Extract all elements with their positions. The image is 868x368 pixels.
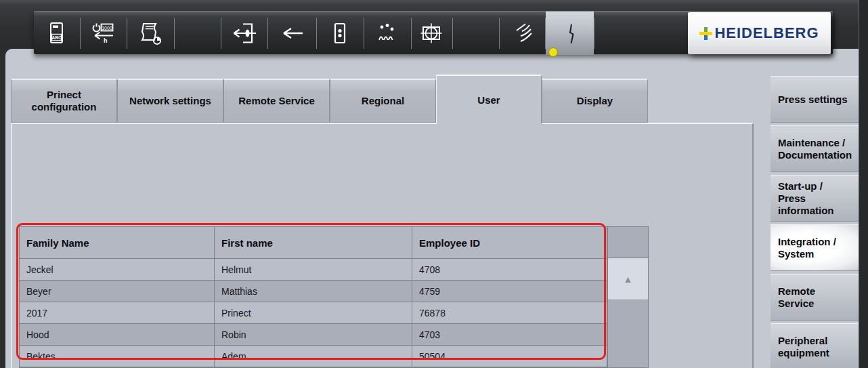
toolbar-separator xyxy=(452,18,453,49)
toolbar-separator xyxy=(221,18,221,49)
sidebar-item-maintenance-documentation[interactable]: Maintenance / Documentation xyxy=(771,125,859,172)
sidebar-item-startup-press-information[interactable]: Start-up / Press information xyxy=(771,175,859,222)
toolbar-separator xyxy=(411,18,412,49)
sidebar-item-label: Remote xyxy=(778,285,859,298)
toolbar-separator xyxy=(174,18,175,49)
sidebar-item-integration-system[interactable]: Integration / System xyxy=(771,224,859,271)
column-header-family-name: Family Name xyxy=(20,227,215,258)
sidebar-item-label: equipment xyxy=(778,347,859,359)
cell-family-name: Jeckel xyxy=(20,259,215,280)
table-row[interactable]: Jeckel Helmut 4708 xyxy=(20,258,607,280)
toolbar-separator xyxy=(80,18,81,49)
sidebar-item-label: System xyxy=(778,248,859,260)
nameplate-abc-icon: ABC xyxy=(43,20,70,47)
toolbar-separator xyxy=(594,18,594,49)
svg-text:h: h xyxy=(104,37,108,44)
powder-spray-icon xyxy=(374,20,401,47)
cell-family-name: 2017 xyxy=(20,302,215,323)
table-header-row: Family Name First name Employee ID xyxy=(20,227,607,258)
table-row[interactable]: Beyer Matthias 4759 xyxy=(20,280,607,302)
cell-first-name: Helmut xyxy=(215,259,412,280)
scrollbar-track[interactable] xyxy=(608,300,648,367)
cell-employee-id: 4759 xyxy=(412,281,607,302)
sidebar-item-label: Maintenance / xyxy=(778,137,859,149)
tab-label: Prinect configuration xyxy=(17,89,111,113)
tab-prinect-configuration[interactable]: Prinect configuration xyxy=(11,79,117,123)
svg-text:ABC: ABC xyxy=(51,35,62,40)
cell-first-name: Robin xyxy=(215,324,412,345)
cell-employee-id: 76878 xyxy=(412,302,607,323)
user-table: Family Name First name Employee ID Jecke… xyxy=(19,226,607,368)
tab-label: User xyxy=(477,94,500,106)
arrow-left-button[interactable] xyxy=(273,18,311,48)
cell-family-name: Beyer xyxy=(20,281,215,302)
counter-reset-button[interactable]: 1000 h xyxy=(84,18,122,48)
service-step-icon xyxy=(557,20,584,47)
press-console-screen: ABC 1000 h xyxy=(0,0,868,368)
heidelberg-logo-text: HEIDELBERG xyxy=(714,24,819,42)
heidelberg-cross-icon xyxy=(699,27,712,40)
washup-spray-button[interactable] xyxy=(503,18,541,48)
sheet-infeed-button[interactable] xyxy=(225,18,263,48)
sidebar-item-peripheral-equipment[interactable]: Peripheral equipment xyxy=(771,323,859,368)
plate-dots-icon xyxy=(326,20,353,47)
nameplate-abc-button[interactable]: ABC xyxy=(37,18,75,48)
cell-family-name: Hood xyxy=(20,324,215,345)
cell-employee-id: 4708 xyxy=(412,259,607,280)
column-header-employee-id: Employee ID xyxy=(412,227,607,258)
dark-right-frame xyxy=(859,0,868,368)
sheet-delay-button[interactable] xyxy=(131,18,169,48)
tab-network-settings[interactable]: Network settings xyxy=(117,79,223,123)
tab-remote-service[interactable]: Remote Service xyxy=(223,79,330,123)
right-nav-sidebar: Press settings Maintenance / Documentati… xyxy=(771,75,859,368)
tab-regional[interactable]: Regional xyxy=(330,79,436,123)
table-scrollbar: ▲ xyxy=(607,226,649,368)
cell-first-name: Adem xyxy=(215,346,412,367)
cell-first-name: Matthias xyxy=(215,281,412,302)
sidebar-item-label: Service xyxy=(778,298,859,310)
tab-label: Regional xyxy=(362,95,404,107)
cell-first-name: Prinect xyxy=(215,302,412,323)
sidebar-item-press-settings[interactable]: Press settings xyxy=(771,76,859,123)
cell-family-name: Bektes xyxy=(20,346,215,367)
sidebar-item-label: Press information xyxy=(778,192,859,217)
sidebar-item-label: Documentation xyxy=(778,149,859,161)
tab-label: Remote Service xyxy=(238,95,315,107)
sidebar-item-label: Integration / xyxy=(778,236,859,248)
sidebar-item-label: Start-up / xyxy=(778,180,859,192)
sheet-delay-icon xyxy=(137,20,164,47)
column-header-first-name: First name xyxy=(215,227,412,258)
toolbar-separator xyxy=(316,18,317,49)
scrollbar-header-spacer xyxy=(608,227,648,258)
status-indicator-dot xyxy=(548,47,558,57)
plate-dots-button[interactable] xyxy=(321,18,359,48)
register-crosshair-button[interactable] xyxy=(412,18,450,48)
toolbar-separator xyxy=(267,18,268,49)
table-row[interactable]: 2017 Prinect 76878 xyxy=(20,302,607,323)
scroll-up-button[interactable]: ▲ xyxy=(608,258,648,300)
toolbar-separator xyxy=(499,18,500,49)
tab-display[interactable]: Display xyxy=(542,79,648,123)
sidebar-item-label: Press settings xyxy=(778,94,859,106)
cell-employee-id: 50504 xyxy=(412,346,607,367)
table-row[interactable]: Bektes Adem 50504 xyxy=(20,345,607,367)
counter-reset-icon: 1000 h xyxy=(89,20,116,47)
toolbar-separator xyxy=(364,18,364,49)
register-crosshair-icon xyxy=(418,20,445,47)
table-row[interactable]: Hood Robin 4703 xyxy=(20,323,607,345)
sheet-infeed-icon xyxy=(230,20,257,47)
washup-spray-icon xyxy=(508,20,536,47)
sidebar-item-label: Peripheral xyxy=(778,335,859,347)
triangle-up-icon: ▲ xyxy=(624,274,633,285)
tab-label: Network settings xyxy=(129,95,211,107)
sidebar-item-remote-service[interactable]: Remote Service xyxy=(771,274,859,321)
tab-label: Display xyxy=(577,95,613,107)
cell-employee-id: 4703 xyxy=(412,324,607,345)
toolbar-separator xyxy=(127,18,127,49)
arrow-left-icon xyxy=(278,20,305,47)
powder-spray-button[interactable] xyxy=(368,18,406,48)
tab-user[interactable]: User xyxy=(436,75,542,124)
heidelberg-logo: HEIDELBERG xyxy=(688,12,831,54)
svg-text:1000: 1000 xyxy=(102,26,112,30)
